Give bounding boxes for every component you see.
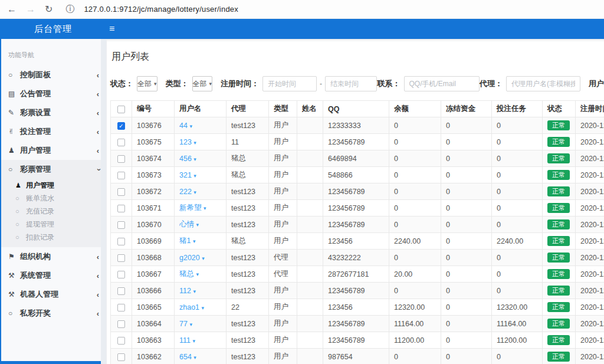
type-select[interactable]: 全部 ▾ [192,76,213,91]
select-all-checkbox[interactable] [117,106,125,113]
row-checkbox[interactable] [117,205,125,212]
username-link[interactable]: 44 ▾ [179,122,192,130]
sidebar-nav-title: 功能导航 [0,40,106,65]
chevron-down-icon: ▾ [193,156,196,162]
main-content: 用户列表 状态： 全部 ▾ 类型： 全部 ▾ 注册时间： - 联系： 代理： 用… [106,39,604,364]
sidebar-item[interactable]: ♟用户管理‹ [0,141,106,160]
username-link[interactable]: 新希望 ▾ [179,204,206,212]
sidebar-item[interactable]: ✎彩票设置‹ [0,103,106,122]
users-icon: ♟ [8,146,20,155]
row-checkbox[interactable] [117,139,125,146]
sidebar-item[interactable]: ○彩票管理‹ [0,160,106,179]
row-checkbox[interactable] [117,304,125,311]
username-link[interactable]: 111 ▾ [179,336,195,345]
frozen-cell: 0 [441,332,492,349]
status-cell: 正常 [543,233,576,250]
row-checkbox[interactable] [117,172,125,179]
sidebar-item[interactable]: ⚒系统管理‹ [0,266,106,285]
status-select-value: 全部 [137,79,152,89]
sidebar-item[interactable]: ✌投注管理‹ [0,122,106,141]
row-checkbox[interactable] [117,238,125,245]
sidebar-subitem[interactable]: ○提现管理 [0,218,106,231]
row-checkbox[interactable] [117,188,125,196]
username-link[interactable]: 猪1 ▾ [179,237,195,245]
task-cell: 0 [492,183,543,200]
status-cell: 正常 [543,332,576,349]
address-bar[interactable]: 127.0.0.1:9712/jc/manage/lottery/user/in… [84,5,238,14]
username-link[interactable]: 654 ▾ [179,353,196,361]
frozen-cell: 0 [441,283,492,299]
name-cell [297,250,323,266]
row-checkbox[interactable]: ✓ [117,122,125,130]
agent-input[interactable] [506,76,580,91]
wrench-icon: ⚒ [8,290,20,299]
sidebar-item[interactable]: ⚑组织机构‹ [0,247,106,266]
username-link[interactable]: zhao1 ▾ [179,303,204,311]
status-cell: 正常 [543,183,576,200]
table-row: 103665zhao1 ▾22用户12345612320.00012320.00… [111,299,604,316]
row-checkbox[interactable] [117,353,125,361]
agent-cell: test123 [226,349,269,364]
sidebar-item-label: 公告管理 [20,88,51,99]
sidebar-scrollbar[interactable] [101,39,106,364]
row-checkbox[interactable] [117,337,125,345]
status-badge: 正常 [547,120,570,131]
task-cell: 0 [492,266,543,283]
status-badge: 正常 [547,269,570,280]
task-cell: 11164.00 [492,316,543,332]
start-time-input[interactable] [262,76,317,91]
balance-cell: 2240.00 [389,233,441,250]
username-cell: 321 ▾ [175,167,226,183]
balance-cell: 11164.00 [389,316,441,332]
username-link[interactable]: 77 ▾ [179,320,192,328]
table-row: 103663111 ▾test123用户12345678911200.00011… [111,332,604,349]
row-checkbox[interactable] [117,221,125,229]
sidebar-item[interactable]: ○私彩开奖‹ [0,304,106,323]
username-link[interactable]: 321 ▾ [179,171,196,179]
row-checkbox-cell [111,332,132,349]
sidebar-item[interactable]: ⚒机器人管理‹ [0,285,106,304]
end-time-input[interactable] [325,76,377,91]
site-info-icon[interactable]: ⓘ [65,4,74,15]
username-link[interactable]: 心情 ▾ [179,220,199,228]
row-checkbox[interactable] [117,254,125,262]
sidebar-subitem[interactable]: ○账单流水 [0,192,106,205]
sidebar-item[interactable]: ○控制面板‹ [0,65,106,84]
username-link[interactable]: g2020 ▾ [179,254,205,262]
brand-title: 后台管理 [0,24,106,35]
sidebar-item-label: 机器人管理 [20,289,58,300]
frozen-cell: 0 [441,266,492,283]
row-checkbox[interactable] [117,155,125,163]
balance-cell: 0 [389,150,441,167]
row-checkbox[interactable] [117,287,125,295]
username-link[interactable]: 112 ▾ [179,287,196,295]
row-checkbox[interactable] [117,271,125,278]
chevron-down-icon: ▾ [202,255,205,261]
hamburger-icon[interactable]: ≡ [109,24,114,34]
status-select[interactable]: 全部 ▾ [137,76,157,91]
sidebar-subitem-active[interactable]: ♟用户管理 [0,179,106,192]
status-badge: 正常 [547,252,570,263]
username-link[interactable]: 123 ▾ [179,138,196,146]
sidebar-item-label: 用户管理 [20,145,51,156]
username-link[interactable]: 456 ▾ [179,155,196,163]
back-icon[interactable]: ← [7,5,17,14]
circle-icon: ○ [8,165,20,173]
circle-icon: ○ [15,234,26,241]
sidebar-subitem[interactable]: ○充值记录 [0,205,106,218]
contact-input[interactable] [404,76,480,91]
username-link[interactable]: 222 ▾ [179,188,196,196]
type-cell: 代理 [269,266,297,283]
reload-icon[interactable]: ↻ [45,5,52,14]
task-cell: 2240.00 [492,233,543,250]
username-link[interactable]: 猪总 ▾ [179,270,199,278]
chevron-down-icon: ▾ [193,140,196,146]
chevron-down-icon: ▾ [193,189,196,195]
column-header: 投注任务 [492,101,543,117]
row-checkbox[interactable] [117,320,125,328]
forward-icon[interactable]: → [26,5,35,14]
sidebar-item[interactable]: ▤公告管理‹ [0,84,106,103]
sidebar-subitem[interactable]: ○扣款记录 [0,231,106,244]
sidebar-expanded-group: ○彩票管理‹♟用户管理○账单流水○充值记录○提现管理○扣款记录 [0,160,106,247]
browser-toolbar: ← → ↻ ⓘ 127.0.0.1:9712/jc/manage/lottery… [0,0,604,19]
